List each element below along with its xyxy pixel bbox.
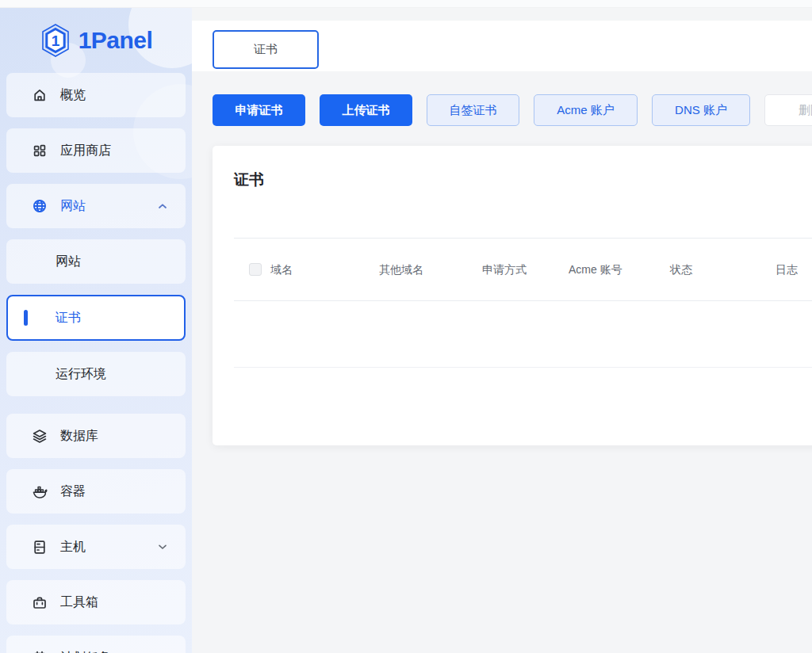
table-header-row: 域名 其他域名 申请方式 Acme 账号 状态 日志 [234,238,812,301]
column-header-status: 状态 [670,261,776,278]
sidebar-subitem-label: 证书 [56,310,81,326]
apply-certificate-button[interactable]: 申请证书 [213,94,305,126]
globe-icon [32,198,48,214]
toolbar: 申请证书 上传证书 自签证书 Acme 账户 DNS 账户 删除 [213,94,812,126]
acme-account-button[interactable]: Acme 账户 [534,94,638,126]
column-header-log: 日志 [776,261,812,278]
sidebar-subitem-runtime[interactable]: 运行环境 [6,352,186,396]
sidebar-item-app-store[interactable]: 应用商店 [6,128,186,173]
chevron-down-icon [157,541,168,552]
column-header-apply-method: 申请方式 [482,261,569,278]
sidebar-item-cron[interactable]: 计划任务 [6,636,186,653]
logo-hexagon-icon: 1 [40,23,71,58]
sidebar-item-label: 应用商店 [60,143,168,159]
content-area: 申请证书 上传证书 自签证书 Acme 账户 DNS 账户 删除 证书 域名 其… [192,71,812,653]
column-header-domain: 域名 [270,261,379,278]
certificate-table: 域名 其他域名 申请方式 Acme 账号 状态 日志 [234,238,812,368]
empty-table-row [234,301,812,368]
tab-label: 证书 [254,42,278,57]
layers-icon [32,428,48,444]
self-signed-certificate-button[interactable]: 自签证书 [427,94,519,126]
card-title: 证书 [234,168,812,192]
sidebar-nav: 概览 应用商店 网站 [0,73,192,653]
toolbox-icon [32,594,48,610]
logo[interactable]: 1 1Panel [0,8,192,73]
home-icon [32,87,48,103]
svg-text:1: 1 [51,32,59,49]
sidebar-item-label: 数据库 [60,428,168,445]
sidebar-subitem-label: 运行环境 [56,366,106,383]
column-header-acme-account: Acme 账号 [569,261,670,278]
sidebar-subitem-website[interactable]: 网站 [6,239,186,284]
top-band [192,8,812,21]
sidebar-item-label: 工具箱 [60,594,168,611]
sidebar: 1 1Panel 概览 应用商店 [0,8,192,653]
calendar-icon [32,650,48,653]
sidebar-item-label: 主机 [60,539,157,556]
docker-icon [32,483,48,499]
window-top-edge [0,0,812,8]
sidebar-item-container[interactable]: 容器 [6,469,186,514]
sidebar-subitem-certificate[interactable]: 证书 [6,295,186,341]
select-all-checkbox[interactable] [249,263,262,276]
certificate-card: 证书 域名 其他域名 申请方式 Acme 账号 状态 日志 [213,146,812,445]
sidebar-item-database[interactable]: 数据库 [6,414,186,458]
server-icon [32,539,48,555]
column-header-other-domains: 其他域名 [379,261,482,278]
sidebar-item-label: 网站 [60,198,157,215]
sidebar-subitem-label: 网站 [56,254,81,270]
sidebar-item-overview[interactable]: 概览 [6,73,186,117]
sidebar-item-label: 概览 [60,87,168,104]
active-indicator-bar [24,310,28,326]
tab-certificate[interactable]: 证书 [213,30,319,69]
app-grid-icon [32,143,48,158]
upload-certificate-button[interactable]: 上传证书 [320,94,412,126]
tab-bar: 证书 [192,21,812,71]
chevron-up-icon [157,200,168,212]
dns-account-button[interactable]: DNS 账户 [652,94,750,126]
sidebar-item-website[interactable]: 网站 [6,184,186,228]
sidebar-item-label: 容器 [60,483,168,500]
sidebar-item-toolbox[interactable]: 工具箱 [6,580,186,624]
delete-button[interactable]: 删除 [764,94,812,126]
logo-text: 1Panel [79,27,153,54]
sidebar-item-host[interactable]: 主机 [6,525,186,569]
sidebar-item-label: 计划任务 [60,650,168,653]
main-area: 证书 申请证书 上传证书 自签证书 Acme 账户 DNS 账户 删除 证书 域… [192,8,812,653]
